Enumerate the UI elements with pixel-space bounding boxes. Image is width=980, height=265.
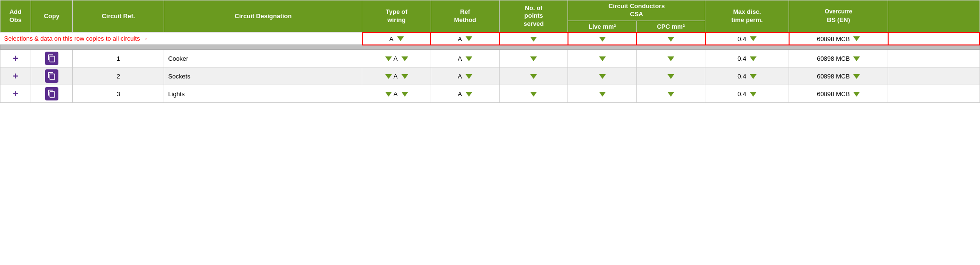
cpc-dropdown-2[interactable] — [668, 74, 674, 79]
header-type-of-wiring: Type of wiring — [362, 0, 431, 33]
header-overcurrent-extra — [888, 0, 980, 33]
extra-cell-3 — [888, 85, 980, 103]
wiring-cell-2[interactable]: A — [362, 67, 431, 85]
bs-dropdown-2[interactable] — [853, 74, 860, 79]
live-dropdown-3[interactable] — [599, 92, 606, 97]
header-ref-method: Ref Method — [431, 0, 499, 33]
refmethod-cell-3[interactable]: A — [431, 85, 499, 103]
points-cell-3[interactable] — [500, 85, 568, 103]
add-button-1[interactable]: + — [13, 53, 19, 64]
maxdisc-value-3: 0.4 — [737, 90, 746, 98]
header-row-top: Add Obs Copy Circuit Ref. Circuit Design… — [0, 0, 980, 21]
copy-refmethod-cell[interactable]: A — [431, 33, 499, 45]
header-circuit-ref: Circuit Ref. — [73, 0, 164, 33]
cpc-cell-1[interactable] — [636, 50, 705, 67]
separator-row — [0, 45, 980, 50]
ref-cell-1: 1 — [73, 50, 164, 67]
cpc-cell-2[interactable] — [636, 67, 705, 85]
copy-live-cell[interactable] — [568, 33, 636, 45]
copy-icon-2[interactable] — [45, 69, 58, 83]
maxdisc-cell-3[interactable]: 0.4 — [705, 85, 789, 103]
wiring-dropdown-3b[interactable] — [401, 92, 408, 97]
maxdisc-dropdown-1[interactable] — [750, 56, 757, 61]
cpc-dropdown-3[interactable] — [668, 92, 674, 97]
add-obs-cell-2[interactable]: + — [0, 67, 31, 85]
copy-maxdisc-value: 0.4 — [737, 35, 746, 43]
copy-cpc-cell[interactable] — [636, 33, 705, 45]
designation-cell-1: Cooker — [164, 50, 362, 67]
cpc-cell-3[interactable] — [636, 85, 705, 103]
maxdisc-value-1: 0.4 — [737, 55, 746, 62]
header-bs-en: Overcurre BS (EN) — [789, 0, 888, 33]
copy-maxdisc-cell[interactable]: 0.4 — [705, 33, 789, 45]
header-max-disc-time: Max disc. time perm. — [705, 0, 789, 33]
table-row: + 2 Sockets A A — [0, 67, 980, 85]
header-cpc-mm2: CPC mm² — [636, 21, 705, 33]
copy-bs-dropdown[interactable] — [853, 36, 860, 41]
copy-icon-cell-1[interactable] — [31, 50, 73, 67]
copy-refmethod-dropdown[interactable] — [466, 36, 472, 41]
maxdisc-dropdown-2[interactable] — [750, 74, 757, 79]
live-dropdown-2[interactable] — [599, 74, 606, 79]
wiring-dropdown-2[interactable] — [385, 74, 392, 79]
maxdisc-dropdown-3[interactable] — [750, 92, 757, 97]
bs-en-label: BS (EN) — [791, 16, 886, 24]
wiring-dropdown-1b[interactable] — [401, 56, 408, 61]
add-button-3[interactable]: + — [13, 88, 19, 99]
bs-value-1: 60898 MCB — [817, 55, 850, 62]
copy-icon-cell-2[interactable] — [31, 67, 73, 85]
copy-cpc-dropdown[interactable] — [668, 37, 674, 42]
refmethod-dropdown-1[interactable] — [466, 56, 472, 61]
maxdisc-cell-1[interactable]: 0.4 — [705, 50, 789, 67]
wiring-cell-1[interactable]: A — [362, 50, 431, 67]
live-dropdown-1[interactable] — [599, 56, 606, 61]
copy-points-dropdown[interactable] — [530, 37, 537, 42]
bs-dropdown-1[interactable] — [853, 56, 860, 61]
add-obs-cell-3[interactable]: + — [0, 85, 31, 103]
wiring-dropdown-1[interactable] — [385, 56, 392, 61]
copy-bs-cell[interactable]: 60898 MCB — [789, 33, 888, 45]
points-dropdown-1[interactable] — [530, 56, 537, 61]
bs-cell-1[interactable]: 60898 MCB — [789, 50, 888, 67]
refmethod-dropdown-2[interactable] — [466, 74, 472, 79]
table-row: + 1 Cooker A A — [0, 50, 980, 67]
copy-wiring-value: A — [389, 35, 393, 43]
refmethod-dropdown-3[interactable] — [466, 92, 472, 97]
points-dropdown-3[interactable] — [530, 92, 537, 97]
copy-icon-1[interactable] — [45, 52, 58, 65]
bs-dropdown-3[interactable] — [853, 92, 860, 97]
bs-cell-2[interactable]: 60898 MCB — [789, 67, 888, 85]
refmethod-value-2: A — [458, 73, 462, 80]
copy-maxdisc-dropdown[interactable] — [750, 36, 757, 41]
designation-cell-2: Sockets — [164, 67, 362, 85]
designation-cell-3: Lights — [164, 85, 362, 103]
maxdisc-value-2: 0.4 — [737, 73, 746, 80]
copy-icon-3[interactable] — [45, 87, 58, 100]
bs-value-2: 60898 MCB — [817, 73, 850, 80]
ref-cell-2: 2 — [73, 67, 164, 85]
copy-points-cell[interactable] — [500, 33, 568, 45]
copy-wiring-cell[interactable]: A — [362, 33, 431, 45]
live-cell-1[interactable] — [568, 50, 636, 67]
bs-value-3: 60898 MCB — [817, 90, 850, 98]
copy-live-dropdown[interactable] — [599, 37, 606, 42]
maxdisc-cell-2[interactable]: 0.4 — [705, 67, 789, 85]
copy-refmethod-value: A — [458, 35, 462, 43]
refmethod-cell-2[interactable]: A — [431, 67, 499, 85]
add-button-2[interactable]: + — [13, 71, 19, 81]
circuit-table: Add Obs Copy Circuit Ref. Circuit Design… — [0, 0, 980, 103]
copy-wiring-dropdown[interactable] — [397, 36, 404, 41]
points-cell-2[interactable] — [500, 67, 568, 85]
bs-cell-3[interactable]: 60898 MCB — [789, 85, 888, 103]
live-cell-2[interactable] — [568, 67, 636, 85]
copy-icon-cell-3[interactable] — [31, 85, 73, 103]
refmethod-cell-1[interactable]: A — [431, 50, 499, 67]
wiring-cell-3[interactable]: A — [362, 85, 431, 103]
wiring-dropdown-3[interactable] — [385, 92, 392, 97]
cpc-dropdown-1[interactable] — [668, 56, 674, 61]
wiring-dropdown-2b[interactable] — [401, 74, 408, 79]
points-dropdown-2[interactable] — [530, 74, 537, 79]
add-obs-cell-1[interactable]: + — [0, 50, 31, 67]
live-cell-3[interactable] — [568, 85, 636, 103]
points-cell-1[interactable] — [500, 50, 568, 67]
